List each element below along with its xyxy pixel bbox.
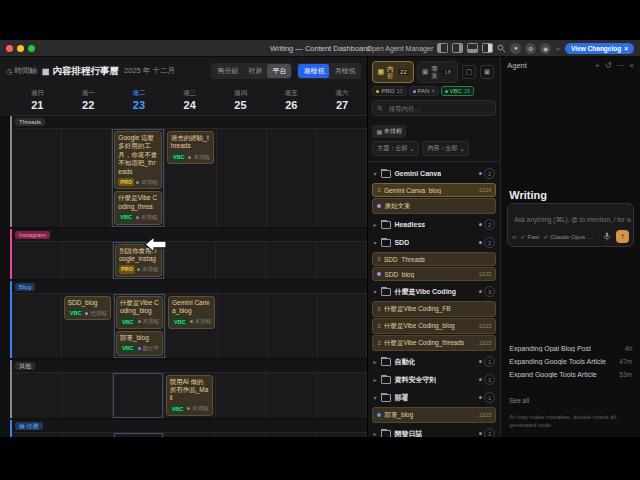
folder-data-security[interactable]: ▸ 資料安全守則 1	[368, 370, 500, 388]
panel-right-icon[interactable]	[452, 43, 463, 53]
tab-week-view[interactable]: 週檢視	[298, 64, 329, 78]
calendar-cell[interactable]	[12, 372, 63, 419]
chevron-right-icon[interactable]: ▸	[373, 376, 378, 383]
calendar-cell[interactable]	[317, 128, 367, 227]
minimize-window-icon[interactable]	[17, 45, 24, 52]
chevron-down-icon[interactable]: ▾	[373, 239, 378, 246]
record-icon[interactable]: ●	[510, 43, 521, 54]
calendar-cell[interactable]	[12, 128, 62, 227]
content-card[interactable]: 部署_blog VBC 進行中	[116, 331, 163, 356]
chevron-right-icon[interactable]: ▸	[373, 221, 378, 228]
folder-automation[interactable]: ▸ 自動化 1	[368, 352, 500, 370]
calendar-cell[interactable]	[12, 432, 63, 437]
calendar-cell[interactable]	[63, 372, 114, 419]
filter-vbc[interactable]: VBC 15	[441, 86, 474, 96]
calendar-cell[interactable]	[113, 372, 164, 419]
panel-toggle-icon[interactable]	[482, 43, 493, 53]
tab-no-group[interactable]: 無分組	[212, 64, 243, 78]
day-column-thu[interactable]: 週四25	[215, 85, 266, 115]
content-card[interactable]: Google 這麼多好用的工具，你還不會不知道吧_threads PRO 未排程	[114, 131, 161, 189]
unscheduled-filter-chip[interactable]: ▦ 未排程	[372, 125, 406, 138]
folder-sdd[interactable]: ▾ SDD 2	[368, 233, 500, 251]
library-item[interactable]: ≡ 什麼是Vibe Coding_blog 12/23	[372, 318, 496, 334]
search-box[interactable]	[372, 100, 496, 116]
content-card[interactable]: 我用AI 做的所有作品_Mail VBC 未排程	[166, 375, 213, 417]
content-card[interactable]: 別說你會用Google_instag PRO 未排程	[115, 244, 162, 277]
group-label-threads[interactable]: Threads	[15, 118, 45, 126]
library-item[interactable]: ≡ 什麼是Vibe Coding_FB	[372, 301, 496, 317]
calendar-cell[interactable]	[62, 128, 112, 227]
calendar-cell[interactable]: Gemini Canva_blog VBC 未排程	[166, 293, 218, 358]
agent-task[interactable]: Expanding Google Tools Article 47m	[509, 358, 632, 365]
day-column-sun[interactable]: 週日21	[12, 85, 63, 115]
calendar-cell[interactable]	[165, 241, 216, 279]
chevron-down-icon[interactable]: ▾	[373, 170, 378, 177]
chevron-down-icon[interactable]: ▾	[373, 394, 378, 401]
tab-projects[interactable]: ▣ 專案 18	[417, 61, 458, 83]
calendar-cell[interactable]	[216, 241, 267, 279]
library-item[interactable]: ≡ Gemini Canva_blog 12/24	[372, 183, 496, 197]
calendar-cell[interactable]	[216, 372, 267, 419]
calendar-cell[interactable]: 別說你會用Google_instag PRO 未排程	[113, 241, 165, 279]
filter-pan[interactable]: PAN 4	[409, 86, 439, 96]
calendar-cell[interactable]	[266, 372, 317, 419]
calendar-cell[interactable]: 我用AI 做的所有作品_Mail VBC 未排程	[164, 372, 216, 419]
group-label-blog[interactable]: Blog	[15, 283, 35, 291]
day-column-fri[interactable]: 週五26	[266, 85, 317, 115]
calendar-cell[interactable]: 過去的經驗_threads VBC 未排程	[165, 128, 217, 227]
calendar-cell[interactable]: 什麼是Vibe Coding_blog VBC 未排程 部署_blog VBC …	[114, 293, 166, 358]
calendar-cell[interactable]	[317, 241, 368, 279]
new-chat-icon[interactable]: +	[595, 61, 600, 70]
microphone-icon[interactable]	[603, 232, 611, 241]
chevron-right-icon[interactable]: ▸	[373, 430, 378, 437]
close-icon[interactable]: ×	[624, 45, 628, 52]
model-selector[interactable]: ✓ Claude Opus …	[543, 233, 593, 240]
group-label-tasks[interactable]: ▤ 任務	[15, 422, 43, 430]
folder-gemini-canva[interactable]: ▾ Gemini Canva 2	[368, 164, 500, 182]
settings-icon[interactable]: ⚙	[525, 43, 536, 54]
day-column-tue-selected[interactable]: 週二23	[114, 85, 165, 115]
calendar-cell[interactable]: Google 這麼多好用的工具，你還不會不知道吧_threads PRO 未排程…	[112, 128, 164, 227]
library-item[interactable]: ≡ 什麼是Vibe Coding_threads 12/23	[372, 335, 496, 351]
day-column-sat[interactable]: 週六27	[317, 85, 368, 115]
loop-icon[interactable]: ∞	[512, 234, 516, 240]
library-item[interactable]: ≡ SDD_Threads	[372, 252, 496, 266]
library-item[interactable]: SDD_blog 12/22	[372, 267, 496, 281]
history-icon[interactable]: ↺	[605, 61, 612, 70]
folder-headless[interactable]: ▸ Headless 2	[368, 215, 500, 233]
search-input[interactable]	[387, 104, 492, 113]
folder-vibe-coding[interactable]: ▾ 什麼是Vibe Coding 3	[368, 282, 500, 300]
close-window-icon[interactable]	[6, 45, 13, 52]
calendar-cell[interactable]	[217, 128, 267, 227]
calendar-cell[interactable]	[12, 241, 63, 279]
send-button[interactable]: ↑	[616, 230, 629, 243]
tab-social[interactable]: 社群	[243, 64, 267, 78]
content-card[interactable]: 過去的經驗_threads VBC 未排程	[167, 131, 214, 164]
search-icon[interactable]	[497, 44, 506, 53]
content-card[interactable]: 什麼是Vibe Coding_threa VBC 未排程	[114, 191, 161, 224]
open-agent-manager-button[interactable]: Open Agent Manager	[367, 45, 434, 52]
mode-selector[interactable]: ✓ Fast	[521, 233, 540, 240]
library-item[interactable]: 部署_blog 12/23	[372, 407, 496, 423]
calendar-cell[interactable]	[268, 293, 318, 358]
calendar-cell[interactable]	[266, 241, 317, 279]
folder-deploy[interactable]: ▾ 部署 1	[368, 388, 500, 406]
content-card[interactable]: SDD_blog VBC 已排程	[64, 296, 111, 321]
folder-dev-log[interactable]: ▸ 開發日誌 1	[368, 424, 500, 437]
zoom-window-icon[interactable]	[28, 45, 35, 52]
timeline-button[interactable]: ◷ 時間軸	[6, 66, 37, 76]
agent-task[interactable]: Expand Google Tools Article 53m	[509, 371, 632, 378]
calendar-cell[interactable]: SDD_blog VBC 已排程	[62, 293, 114, 358]
agent-input-box[interactable]: ∞ ✓ Fast ✓ Claude Opus … ↑	[507, 203, 634, 247]
chevron-down-icon[interactable]: ⌄	[555, 44, 561, 52]
calendar-cell[interactable]	[267, 128, 317, 227]
see-all-link[interactable]: See all	[509, 397, 529, 404]
chevron-down-icon[interactable]: ▾	[373, 288, 378, 295]
library-item[interactable]: 原始文案	[372, 198, 496, 214]
tab-month-view[interactable]: 月檢視	[329, 64, 360, 78]
close-icon[interactable]: ×	[629, 61, 634, 70]
calendar-cell[interactable]	[12, 293, 62, 358]
content-card[interactable]: Gemini Canva_blog VBC 未排程	[168, 296, 215, 329]
agent-input[interactable]	[512, 215, 633, 224]
filter-pro[interactable]: PRO 10	[372, 86, 406, 96]
